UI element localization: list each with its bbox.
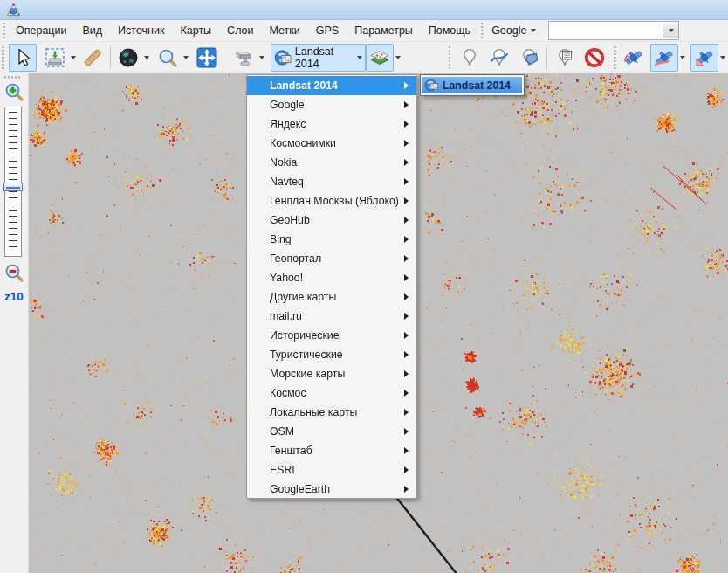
menu-maps[interactable]: Карты bbox=[172, 22, 219, 39]
source-menu-item-geohub[interactable]: GeoHub bbox=[247, 211, 416, 230]
submenu-arrow-icon bbox=[404, 217, 409, 224]
fullscreen-button[interactable] bbox=[193, 44, 221, 72]
submenu-arrow-icon bbox=[404, 101, 409, 108]
source-menu-item-genshtab[interactable]: Генштаб bbox=[247, 441, 416, 460]
source-menu-item-kosmos[interactable]: Космос bbox=[247, 383, 416, 403]
full-map-button[interactable] bbox=[114, 44, 142, 72]
menubar-gripper[interactable] bbox=[3, 23, 5, 38]
menu-item-label: Bing bbox=[270, 233, 292, 245]
source-menu-item-other-maps[interactable]: Другие карты bbox=[247, 287, 416, 307]
quick-source-button[interactable]: Google bbox=[486, 22, 541, 39]
zoom-level-label: z10 bbox=[0, 290, 28, 303]
source-menu-item-historical[interactable]: Исторические bbox=[247, 326, 416, 345]
chevron-down-icon bbox=[259, 56, 264, 59]
submenu-arrow-icon bbox=[404, 428, 409, 435]
submenu-arrow-icon bbox=[404, 486, 409, 493]
menu-layers[interactable]: Слои bbox=[219, 22, 261, 39]
source-menu-item-nokia[interactable]: Nokia bbox=[247, 153, 416, 172]
chevron-down-icon bbox=[669, 29, 674, 32]
submenu-arrow-icon bbox=[404, 255, 409, 262]
gps-track-dropdown[interactable] bbox=[678, 44, 688, 72]
selection-download-dropdown[interactable] bbox=[69, 44, 79, 72]
menu-view[interactable]: Вид bbox=[74, 22, 110, 39]
menu-item-label: ESRI bbox=[270, 464, 295, 476]
menu-item-label: Геопортал bbox=[270, 252, 321, 265]
layers-button[interactable] bbox=[366, 44, 394, 72]
menu-source[interactable]: Источник bbox=[110, 22, 172, 39]
source-menu-item-landsat-2014[interactable]: Landsat 2014 bbox=[247, 76, 416, 95]
zoom-slider[interactable] bbox=[4, 107, 22, 257]
menu-parameters[interactable]: Параметры bbox=[347, 22, 421, 39]
zoom-slider-handle[interactable] bbox=[3, 183, 23, 191]
zoom-in-button[interactable] bbox=[3, 81, 24, 102]
add-path-button[interactable] bbox=[485, 44, 513, 72]
menu-item-label: Google bbox=[270, 99, 305, 111]
search-combobox-dropdown-button[interactable] bbox=[663, 23, 678, 38]
gps-track-button[interactable] bbox=[650, 44, 678, 72]
submenu-arrow-icon bbox=[404, 140, 409, 147]
zoom-sidebar-gripper[interactable] bbox=[4, 76, 22, 79]
menu-item-label: Navteq bbox=[270, 176, 304, 188]
source-menu-item-genplan-moscow[interactable]: Генплан Москвы (Яблоко) bbox=[247, 191, 416, 211]
toolbar-gripper[interactable] bbox=[2, 46, 4, 69]
selection-download-button[interactable] bbox=[41, 44, 69, 72]
gps-follow-button[interactable] bbox=[690, 44, 718, 72]
submenu-arrow-icon bbox=[404, 197, 409, 204]
gps-connect-button[interactable] bbox=[620, 44, 648, 72]
chevron-down-icon bbox=[531, 29, 536, 32]
search-toolbar-gripper[interactable] bbox=[481, 23, 484, 38]
titlebar bbox=[0, 0, 728, 20]
source-submenu: Landsat 2014 bbox=[420, 74, 525, 96]
source-menu-item-yandex[interactable]: Яндекс bbox=[247, 114, 416, 134]
hide-marks-button[interactable] bbox=[580, 44, 608, 72]
source-menu-item-marine-maps[interactable]: Морские карты bbox=[247, 364, 416, 383]
source-menu-item-esri[interactable]: ESRI bbox=[247, 460, 416, 480]
source-menu-item-google[interactable]: Google bbox=[247, 95, 416, 114]
source-menu-item-kosmosnimki[interactable]: Космоснимки bbox=[247, 134, 416, 153]
gps-satellite-area-icon bbox=[694, 47, 715, 68]
marks-toolbar-gripper[interactable] bbox=[449, 46, 451, 69]
pan-cursor-button[interactable] bbox=[9, 44, 37, 72]
menu-gps[interactable]: GPS bbox=[308, 22, 347, 39]
menu-help[interactable]: Помощь bbox=[421, 22, 478, 39]
add-placemark-button[interactable] bbox=[456, 44, 484, 72]
menu-operations[interactable]: Операции bbox=[8, 22, 74, 39]
chevron-down-icon bbox=[395, 56, 401, 59]
globe-map-icon bbox=[274, 47, 292, 68]
placemark-manager-button[interactable] bbox=[551, 44, 579, 72]
cache-device-button[interactable] bbox=[230, 44, 258, 72]
source-menu-item-geoportal[interactable]: Геопортал bbox=[247, 249, 416, 268]
full-map-dropdown[interactable] bbox=[142, 44, 152, 72]
menu-item-label: Туристические bbox=[270, 349, 343, 361]
ruler-button[interactable] bbox=[79, 44, 106, 72]
menu-item-label: GoogleEarth bbox=[270, 483, 330, 495]
map-source-button[interactable]: Landsat 2014 bbox=[271, 44, 366, 72]
source-menu-item-bing[interactable]: Bing bbox=[247, 230, 416, 249]
submenu-item-label: Landsat 2014 bbox=[443, 79, 511, 92]
layers-dropdown[interactable] bbox=[394, 44, 403, 72]
zoom-tool-button[interactable] bbox=[154, 44, 182, 72]
source-menu-item-navteq[interactable]: Navteq bbox=[247, 172, 416, 191]
source-menu-item-osm[interactable]: OSM bbox=[247, 422, 416, 441]
submenu-arrow-icon bbox=[404, 390, 409, 397]
map-layers-icon bbox=[369, 47, 390, 68]
zoom-out-button[interactable] bbox=[3, 262, 24, 283]
cache-device-dropdown[interactable] bbox=[258, 44, 267, 72]
gps-follow-dropdown[interactable] bbox=[718, 44, 728, 72]
source-menu-item-googleearth[interactable]: GoogleEarth bbox=[247, 480, 416, 499]
add-polygon-button[interactable] bbox=[515, 44, 543, 72]
source-menu-item-mailru[interactable]: mail.ru bbox=[247, 307, 416, 326]
gps-toolbar-gripper[interactable] bbox=[614, 46, 616, 69]
submenu-arrow-icon bbox=[404, 370, 409, 377]
app-logo-icon bbox=[6, 3, 21, 17]
submenu-arrow-icon bbox=[404, 178, 409, 185]
menu-marks[interactable]: Метки bbox=[262, 22, 308, 39]
menu-item-label: Другие карты bbox=[270, 291, 336, 303]
source-menu-item-local-maps[interactable]: Локальные карты bbox=[247, 403, 416, 422]
submenu-item-landsat-2014[interactable]: Landsat 2014 bbox=[422, 76, 523, 94]
source-menu-item-yahoo[interactable]: Yahoo! bbox=[247, 268, 416, 287]
placemark-icon bbox=[459, 47, 480, 68]
source-menu-item-tourist[interactable]: Туристические bbox=[247, 345, 416, 364]
zoom-tool-dropdown[interactable] bbox=[182, 44, 191, 72]
search-combobox[interactable] bbox=[548, 21, 679, 40]
